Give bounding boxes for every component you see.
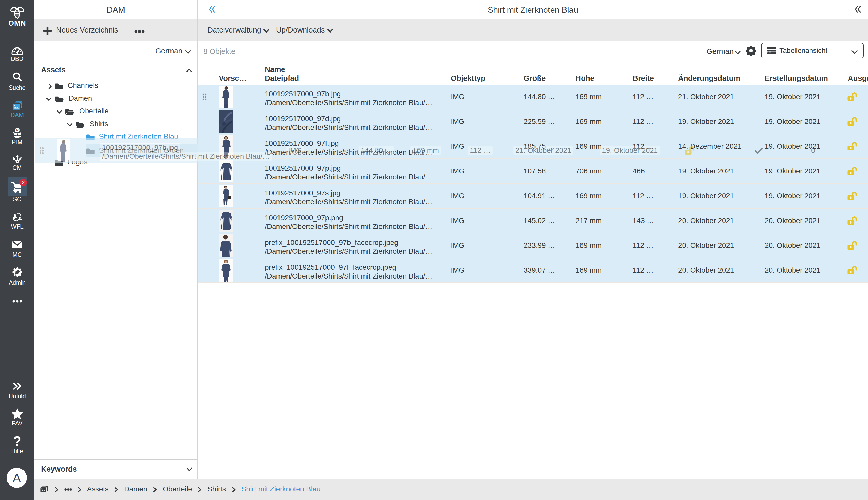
svg-text:P: P	[16, 128, 18, 132]
